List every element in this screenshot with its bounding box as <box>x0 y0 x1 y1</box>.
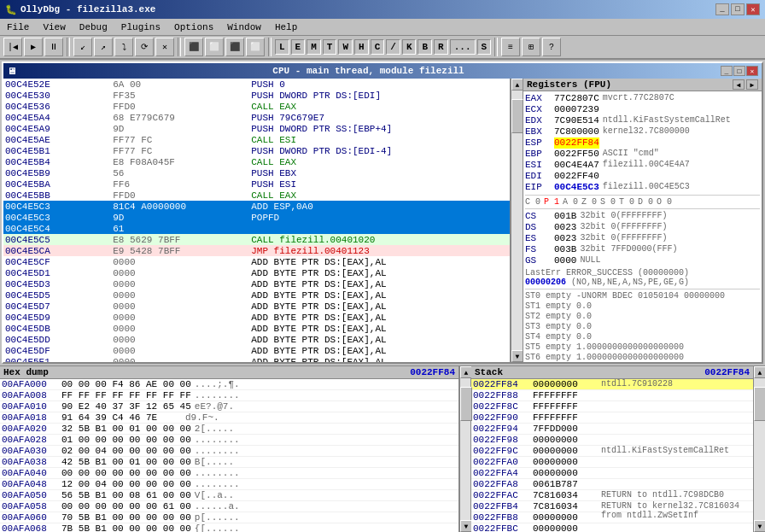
disasm-row[interactable]: 00C4E536FFD0CALL EAX <box>3 101 510 112</box>
disasm-row[interactable]: 00C4E5DD0000ADD BYTE PTR DS:[EAX],AL <box>3 334 510 345</box>
disasm-row[interactable]: 00C4E5B956PUSH EBX <box>3 167 510 178</box>
toolbar-label-l[interactable]: L <box>275 39 289 55</box>
stack-row[interactable]: 0022FFAC7C816034RETURN to ntdll.7C98DCB0 <box>471 490 753 501</box>
toolbar-label-b[interactable]: B <box>418 39 432 55</box>
mem-scroll-track[interactable] <box>460 378 470 520</box>
mem-row[interactable]: 00AFA01891 64 39 C4 46 7Ed9.F~. <box>0 412 458 424</box>
reg-row[interactable]: ESI00C4E4A7filezill.00C4E4A7 <box>525 160 760 171</box>
toolbar-bp4[interactable]: ⬜ <box>246 38 265 56</box>
reg-row[interactable]: ESP0022FF84 <box>525 137 760 149</box>
reg-row[interactable]: EDI0022FF40 <box>525 171 760 182</box>
disasm-scroll[interactable]: 00C4E52E6A 00PUSH 000C4E530FF35PUSH DWOR… <box>3 79 510 362</box>
disasm-row[interactable]: 00C4E52E6A 00PUSH 0 <box>3 79 510 90</box>
stack-row[interactable]: 0022FF9C00000000ntdll.KiFastSystemCallRe… <box>471 446 753 457</box>
disasm-row[interactable]: 00C4E530FF35PUSH DWORD PTR DS:[EDI] <box>3 90 510 101</box>
toolbar-grid[interactable]: ⊞ <box>522 38 540 56</box>
toolbar-pause[interactable]: ⏸ <box>44 38 63 56</box>
reg-row[interactable]: EBX7C800000kernel32.7C800000 <box>525 126 760 137</box>
reg-nav-right[interactable]: ▶ <box>746 79 758 90</box>
menu-window[interactable]: Window <box>224 21 265 33</box>
disasm-row[interactable]: 00C4E5D10000ADD BYTE PTR DS:[EAX],AL <box>3 267 510 278</box>
mem-scroll-down[interactable]: ▼ <box>460 520 472 532</box>
close-button[interactable]: ✕ <box>746 3 760 15</box>
menu-plugins[interactable]: Plugins <box>118 21 164 33</box>
stack-scroll-track[interactable] <box>754 378 765 520</box>
stack-scroll-down[interactable]: ▼ <box>754 520 765 532</box>
toolbar-restart[interactable]: |◀ <box>3 38 22 56</box>
toolbar-label-w[interactable]: W <box>338 39 353 55</box>
disasm-row[interactable]: 00C4E5BAFF6PUSH ESI <box>3 178 510 190</box>
disasm-row[interactable]: 00C4E5B4E8 F08A045FCALL EAX <box>3 156 510 167</box>
stack-row[interactable]: 0022FF90FFFFFFFF <box>471 412 753 424</box>
toolbar-step-out[interactable]: ⤵ <box>114 38 133 56</box>
disasm-row[interactable]: 00C4E5C5E8 5629 7BFFCALL filezill.004010… <box>3 234 510 245</box>
reg-nav-left[interactable]: ◀ <box>733 79 745 90</box>
disasm-row[interactable]: 00C4E5B1FF77 FCPUSH DWORD PTR DS:[EDI-4] <box>3 145 510 156</box>
disasm-row[interactable]: 00C4E5A468 E779C679PUSH 79C679E7 <box>3 112 510 123</box>
disasm-row[interactable]: 00C4E5D50000ADD BYTE PTR DS:[EAX],AL <box>3 289 510 301</box>
disasm-row[interactable]: 00C4E5DF0000ADD BYTE PTR DS:[EAX],AL <box>3 345 510 356</box>
stack-content[interactable]: 0022FF8400000000ntdll.7C9102280022FF88FF… <box>471 379 753 532</box>
disasm-row[interactable]: 00C4E5C381C4 A0000000ADD ESP,0A0 <box>3 201 510 212</box>
toolbar-bp2[interactable]: ⬜ <box>205 38 224 56</box>
mem-row[interactable]: 00AFA0687B 5B B1 00 00 00 00 00{[...... <box>0 523 458 532</box>
disasm-panel[interactable]: 00C4E52E6A 00PUSH 000C4E530FF35PUSH DWOR… <box>3 79 511 362</box>
disasm-row[interactable]: 00C4E5CF0000ADD BYTE PTR DS:[EAX],AL <box>3 256 510 267</box>
toolbar-label-slash[interactable]: / <box>386 39 400 55</box>
toolbar-animate[interactable]: ⟳ <box>135 38 154 56</box>
disasm-row[interactable]: 00C4E5C39DPOPFD <box>3 212 510 223</box>
memory-content[interactable]: 00AFA00000 00 00 F4 86 AE 00 00....;.¶.0… <box>0 379 458 532</box>
mem-row[interactable]: 00AFA04000 00 00 00 00 00 00 00........ <box>0 468 458 479</box>
disasm-row[interactable]: 00C4E5C461 <box>3 223 510 234</box>
mem-row[interactable]: 00AFA06070 5B B1 00 00 00 00 00p[...... <box>0 512 458 523</box>
disasm-row[interactable]: 00C4E5E10000ADD BYTE PTR DS:[EAX],AL <box>3 356 510 362</box>
mem-row[interactable]: 00AFA01090 E2 40 37 3F 12 65 45eE?.@7. <box>0 401 458 412</box>
toolbar-label-s[interactable]: S <box>477 39 492 55</box>
disasm-row[interactable]: 00C4E5D30000ADD BYTE PTR DS:[EAX],AL <box>3 278 510 289</box>
mem-row[interactable]: 00AFA02032 5B B1 00 01 00 00 002[..... <box>0 424 458 435</box>
scroll-down-btn[interactable]: ▼ <box>511 350 523 362</box>
stack-scrollbar[interactable]: ▲ ▼ <box>753 366 765 532</box>
mem-scroll-up[interactable]: ▲ <box>460 366 472 378</box>
disasm-scrollbar[interactable]: ▲ ▼ <box>511 79 523 362</box>
mem-row[interactable]: 00AFA00000 00 00 F4 86 AE 00 00....;.¶. <box>0 379 458 390</box>
reg-row[interactable]: EIP00C4E5C3filezill.00C4E5C3 <box>525 182 760 193</box>
stack-row[interactable]: 0022FFBC00000000 <box>471 523 753 532</box>
stack-panel[interactable]: Stack 0022FF84 0022FF8400000000ntdll.7C9… <box>471 366 753 532</box>
disasm-row[interactable]: 00C4E5D70000ADD BYTE PTR DS:[EAX],AL <box>3 301 510 312</box>
stack-row[interactable]: 0022FFA80061B787 <box>471 479 753 490</box>
disasm-row[interactable]: 00C4E5AEFF77 FCCALL ESI <box>3 134 510 145</box>
mem-row[interactable]: 00AFA03842 5B B1 00 01 00 00 00B[..... <box>0 457 458 468</box>
reg-row[interactable]: ECX00007239 <box>525 104 760 115</box>
toolbar-run[interactable]: ▶ <box>24 38 43 56</box>
mem-row[interactable]: 00AFA03002 00 04 00 00 00 00 00........ <box>0 446 458 457</box>
memory-panel[interactable]: Hex dump 0022FF84 00AFA00000 00 00 F4 86… <box>0 366 459 532</box>
toolbar-bp3[interactable]: ⬛ <box>225 38 244 56</box>
cpu-maximize[interactable]: □ <box>733 66 745 76</box>
mem-row[interactable]: 00AFA05800 00 00 00 00 00 61 00......a. <box>0 501 458 512</box>
scroll-track[interactable] <box>511 91 523 350</box>
toolbar-label-r[interactable]: R <box>434 39 448 55</box>
stack-scroll-thumb[interactable] <box>754 387 765 421</box>
cpu-close[interactable]: ✕ <box>746 66 758 76</box>
reg-row[interactable]: EBP0022FF50ASCII "cmd" <box>525 149 760 160</box>
reg-row[interactable]: EDX7C90E514ntdll.KiFastSystemCallRet <box>525 115 760 126</box>
stack-row[interactable]: 0022FFB47C816034RETURN to kernel32.7C816… <box>471 501 753 512</box>
menu-help[interactable]: Help <box>272 21 301 33</box>
toolbar-stop[interactable]: ✕ <box>155 38 174 56</box>
toolbar-label-t[interactable]: T <box>323 39 337 55</box>
toolbar-label-m[interactable]: M <box>307 39 321 55</box>
stack-row[interactable]: 0022FF8400000000ntdll.7C910228 <box>471 379 753 390</box>
stack-row[interactable]: 0022FF947FFDD000 <box>471 424 753 435</box>
toolbar-step-over[interactable]: ↗ <box>94 38 113 56</box>
stack-scroll-up[interactable]: ▲ <box>754 366 765 378</box>
menu-file[interactable]: File <box>3 21 32 33</box>
stack-row[interactable]: 0022FF88FFFFFFFF <box>471 390 753 401</box>
toolbar-step-into[interactable]: ↙ <box>73 38 92 56</box>
disasm-row[interactable]: 00C4E5CAE9 5428 7BFFJMP filezill.0040112… <box>3 245 510 256</box>
stack-row[interactable]: 0022FF8CFFFFFFFF <box>471 401 753 412</box>
toolbar-label-k[interactable]: K <box>402 39 417 55</box>
memory-scrollbar[interactable]: ▲ ▼ <box>459 366 471 532</box>
mem-row[interactable]: 00AFA008FF FF FF FF FF FF FF FF........ <box>0 390 458 401</box>
menu-debug[interactable]: Debug <box>76 21 111 33</box>
